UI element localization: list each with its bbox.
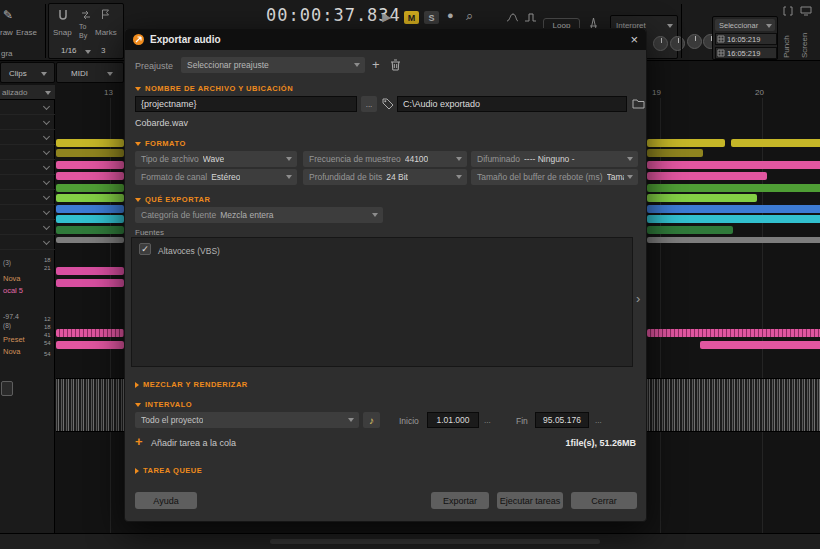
export-path-input[interactable]: C:\Audio exportado — [397, 96, 627, 112]
clip-segment[interactable] — [647, 161, 820, 169]
track-row[interactable] — [0, 205, 55, 220]
track-name-nova[interactable]: Nova — [3, 274, 21, 283]
clip-segment[interactable] — [56, 237, 124, 243]
magnet-icon[interactable] — [58, 9, 68, 21]
interpret-knob-2[interactable] — [670, 36, 685, 51]
snap-arrows-icon[interactable] — [81, 10, 91, 20]
track-row[interactable] — [0, 160, 55, 175]
preset-dropdown[interactable]: Seleccionar preajuste — [181, 57, 365, 73]
clip-segment[interactable] — [647, 149, 703, 157]
track-group-header[interactable]: alizado — [0, 85, 55, 100]
clip-segment[interactable] — [647, 194, 757, 202]
clip-segment[interactable] — [56, 267, 124, 275]
erase-tool-label[interactable]: Erase — [16, 28, 37, 37]
clip-segment[interactable] — [647, 226, 733, 234]
end-options-button[interactable]: ... — [595, 416, 602, 425]
snap-to-label[interactable]: To — [79, 23, 86, 30]
clip-segment[interactable] — [647, 172, 767, 180]
bounce-buffer-dropdown[interactable]: Tamaño del buffer de rebote (ms) Tamaño … — [471, 169, 638, 185]
start-options-button[interactable]: ... — [484, 416, 491, 425]
tag-icon[interactable] — [382, 98, 394, 110]
end-time-field[interactable]: 95.05.176 — [535, 412, 589, 428]
record-icon[interactable]: ● — [447, 9, 454, 21]
run-tasks-button[interactable]: Ejecutar tareas — [497, 492, 563, 509]
add-task-plus-icon[interactable]: + — [135, 434, 143, 449]
clip-segment[interactable] — [56, 215, 124, 223]
screen-icon[interactable] — [800, 6, 812, 16]
midi-tab[interactable]: MIDI — [56, 62, 124, 83]
punch-section-label[interactable]: Punch — [782, 20, 791, 58]
add-task-label[interactable]: Añadir tarea a la cola — [151, 438, 236, 448]
automation-step-icon[interactable] — [524, 12, 537, 23]
source-checkbox[interactable]: ✓ — [139, 243, 151, 255]
track-row[interactable] — [0, 190, 55, 205]
clip-segment[interactable] — [647, 329, 820, 337]
clip-segment[interactable] — [700, 341, 820, 349]
track-row[interactable] — [0, 175, 55, 190]
clip-segment[interactable] — [56, 279, 124, 287]
solo-button[interactable]: S — [424, 11, 439, 24]
track-name-vocal[interactable]: ocal 5 — [3, 286, 23, 295]
track-row[interactable] — [0, 100, 55, 115]
section-what-export[interactable]: QUÉ EXPORTAR — [135, 195, 210, 204]
screen-section-label[interactable]: Screen — [800, 20, 809, 58]
clip-segment[interactable] — [56, 161, 124, 169]
time-display[interactable]: 00:00:37.834 — [266, 5, 401, 25]
audio-waveform-clip[interactable] — [647, 378, 820, 432]
integra-toggle-label[interactable]: gra — [1, 49, 13, 58]
folder-icon[interactable] — [632, 98, 645, 109]
swing-value[interactable]: 3 — [101, 46, 105, 55]
clip-segment[interactable] — [56, 329, 124, 337]
audio-waveform-clip[interactable] — [56, 378, 124, 432]
clip-segment[interactable] — [56, 226, 124, 234]
clip-segment[interactable] — [731, 139, 820, 147]
marks-label[interactable]: Marks — [95, 28, 117, 37]
punch-brackets-icon[interactable] — [783, 6, 793, 16]
marker-flag-icon[interactable] — [101, 9, 110, 20]
note-audition-button[interactable]: ♪ — [363, 412, 380, 428]
section-mix-render[interactable]: MEZCLAR Y RENDERIZAR — [135, 380, 248, 389]
clip-segment[interactable] — [647, 215, 820, 223]
range-dropdown[interactable]: Todo el proyecto — [135, 412, 359, 428]
filename-options-button[interactable]: ... — [361, 96, 377, 112]
gain-value[interactable]: -97.4 — [3, 313, 19, 320]
clip-segment[interactable] — [56, 149, 124, 157]
section-interval[interactable]: INTERVALO — [135, 400, 192, 409]
delete-preset-trash-icon[interactable] — [390, 59, 401, 71]
search-icon[interactable]: ⌕ — [466, 8, 473, 24]
clip-segment[interactable] — [56, 139, 124, 147]
clip-segment[interactable] — [56, 172, 124, 180]
pencil-icon[interactable]: ✎ — [3, 8, 13, 22]
track-row[interactable] — [0, 145, 55, 160]
track-row[interactable] — [0, 235, 55, 250]
snap-by-label[interactable]: By — [79, 32, 87, 39]
filename-input[interactable]: {projectname} — [135, 96, 357, 112]
clip-segment[interactable] — [56, 184, 124, 192]
add-preset-icon[interactable]: + — [372, 57, 380, 72]
start-time-field[interactable]: 1.01.000 — [427, 412, 479, 428]
interpret-knob-1[interactable] — [653, 36, 668, 51]
clip-segment[interactable] — [56, 194, 124, 202]
track-row[interactable] — [0, 130, 55, 145]
file-type-dropdown[interactable]: Tipo de archivo Wave — [135, 151, 297, 167]
section-format[interactable]: FORMATO — [135, 139, 186, 148]
source-item-label[interactable]: Altavoces (VBS) — [158, 246, 220, 256]
channel-format-dropdown[interactable]: Formato de canal Estéreo — [135, 169, 297, 185]
dithering-dropdown[interactable]: Difuminado ---- Ninguno - — [471, 151, 638, 167]
clip-segment[interactable] — [647, 184, 820, 192]
track-tool-button[interactable] — [1, 381, 13, 396]
clip-segment[interactable] — [56, 205, 124, 213]
export-button[interactable]: Exportar — [431, 492, 489, 509]
tempo-knob[interactable] — [687, 34, 702, 49]
sources-listbox[interactable]: ✓ Altavoces (VBS) — [131, 237, 633, 367]
mute-button[interactable]: M — [404, 11, 419, 24]
help-button[interactable]: Ayuda — [135, 492, 197, 509]
grid-value[interactable]: 1/16 — [61, 46, 77, 55]
clip-segment[interactable] — [647, 205, 820, 213]
sample-rate-dropdown[interactable]: Frecuencia de muestreo 44100 — [303, 151, 467, 167]
track-row[interactable] — [0, 115, 55, 130]
clip-segment[interactable] — [56, 341, 124, 349]
horizontal-scrollbar[interactable] — [270, 539, 600, 544]
dialog-titlebar[interactable]: Exportar audio × — [125, 29, 646, 50]
bit-depth-dropdown[interactable]: Profundidad de bits 24 Bit — [303, 169, 467, 185]
